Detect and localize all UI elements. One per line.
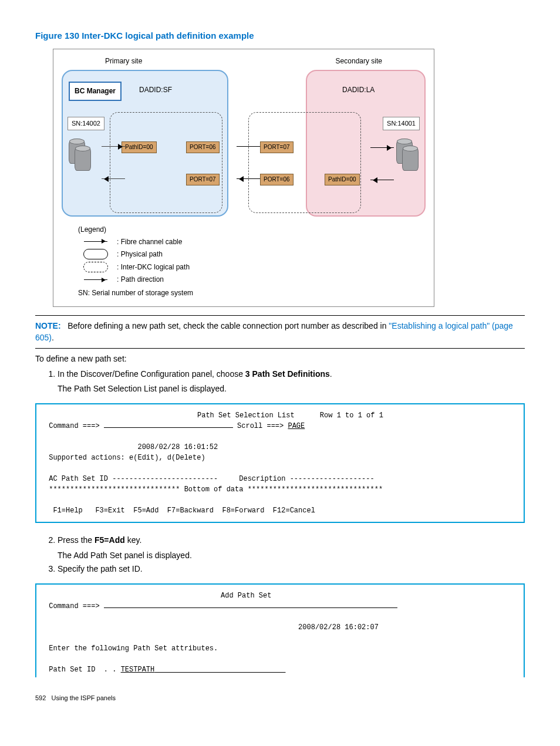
step2-text-a: Press the xyxy=(58,535,95,545)
panel1-bottom: ******************************* Bottom o… xyxy=(45,485,383,494)
step2-text-c: key. xyxy=(125,535,142,545)
panel2-pathset-val: TESTPATH xyxy=(121,666,155,674)
panel1-header: AC Path Set ID -------------------------… xyxy=(45,475,375,483)
note-label: NOTE: xyxy=(35,321,61,330)
panel1-rowinfo: Row 1 to 1 of 1 xyxy=(320,411,383,420)
legend-fibre-icon xyxy=(78,241,113,242)
panel2-cmd-input[interactable] xyxy=(104,607,397,608)
bc-manager-box: BC Manager xyxy=(69,82,122,101)
pathid-left: PathID=00 xyxy=(122,141,157,153)
panel1-fkeys: F1=Help F3=Exit F5=Add F7=Backward F8=Fo… xyxy=(45,507,315,515)
panel2-title: Add Path Set xyxy=(221,592,271,600)
sn-left: SN:14002 xyxy=(68,117,104,130)
connector-right-top xyxy=(370,147,394,148)
primary-site-label: Primary site xyxy=(105,56,142,66)
panel-path-set-selection: Path Set Selection List Row 1 to 1 of 1 … xyxy=(35,403,525,523)
figure-diagram: Primary site Secondary site BC Manager D… xyxy=(35,49,525,307)
storage-icon-left xyxy=(69,140,91,175)
panel1-scroll-label: Scroll ===> xyxy=(233,422,288,430)
note-suffix: . xyxy=(52,333,54,342)
note-block: NOTE: Before defining a new path set, ch… xyxy=(35,320,525,343)
step1-bold: 3 Path Set Definitions xyxy=(245,369,330,379)
figure-title: Figure 130 Inter-DKC logical path defini… xyxy=(35,29,525,42)
panel1-title: Path Set Selection List xyxy=(197,411,295,420)
port06-bottom: PORT=06 xyxy=(260,174,294,185)
step2-bold: F5=Add xyxy=(95,535,125,545)
legend-physical-text: : Physical path xyxy=(117,249,163,259)
legend-interdkc-icon xyxy=(78,262,113,272)
page-footer: 592 Using the ISPF panels xyxy=(35,694,525,703)
intro-text: To define a new path set: xyxy=(35,353,525,365)
legend-direction-text: : Path direction xyxy=(117,275,164,285)
secondary-site-box: DADID:LA SN:14001 PORT=07 PORT=06 PathID… xyxy=(306,70,426,217)
dadid-la: DADID:LA xyxy=(342,85,375,95)
sn-right: SN:14001 xyxy=(383,117,420,130)
divider xyxy=(35,315,525,316)
divider xyxy=(35,348,525,349)
step-2: Press the F5=Add key. The Add Path Set p… xyxy=(58,535,525,561)
legend-sn-text: SN: Serial number of storage system xyxy=(78,288,426,298)
port07-top: PORT=07 xyxy=(260,141,294,153)
panel2-timestamp: 2008/02/28 16:02:07 xyxy=(298,623,379,632)
legend-physical-icon xyxy=(78,249,113,259)
note-text: Before defining a new path set, check th… xyxy=(68,321,389,330)
dadid-sf: DADID:SF xyxy=(139,85,172,95)
step-1: In the Discover/Define Configuration pan… xyxy=(58,369,525,395)
panel2-pathset-label: Path Set ID . . xyxy=(45,666,121,674)
legend-interdkc-text: : Inter-DKC logical path xyxy=(117,262,190,272)
connector-left-top xyxy=(102,146,125,147)
legend-fibre-text: : Fibre channel cable xyxy=(117,237,182,247)
legend-title: (Legend) xyxy=(78,225,426,235)
panel1-timestamp: 2008/02/28 16:01:52 xyxy=(137,443,218,451)
panel1-scroll-val[interactable]: PAGE xyxy=(288,422,305,430)
panel1-cmd-input[interactable] xyxy=(104,427,233,428)
page-number: 592 xyxy=(35,694,46,701)
step1-text-c: . xyxy=(330,369,332,379)
port07-bottom: PORT=07 xyxy=(186,174,220,185)
panel-add-path-set: Add Path Set Command ===> 2008/02/28 16:… xyxy=(35,583,525,677)
panel2-prompt: Enter the following Path Set attributes. xyxy=(45,644,218,653)
panel1-cmd-label: Command ===> xyxy=(45,422,104,430)
secondary-site-label: Secondary site xyxy=(336,56,382,66)
legend-direction-icon xyxy=(78,279,113,280)
primary-site-box: BC Manager DADID:SF SN:14002 PathID=00 P… xyxy=(62,70,228,217)
panel2-cmd-label: Command ===> xyxy=(45,602,104,610)
step1-text-a: In the Discover/Define Configuration pan… xyxy=(58,369,245,379)
footer-section: Using the ISPF panels xyxy=(52,694,116,701)
step1-sub: The Path Set Selection List panel is dis… xyxy=(58,383,525,395)
step2-sub: The Add Path Set panel is displayed. xyxy=(58,550,525,562)
panel1-supported: Supported actions: e(Edit), d(Delete) xyxy=(45,454,205,462)
panel2-pathset-input[interactable]: TESTPATH xyxy=(121,666,286,674)
connector-left-bottom xyxy=(102,178,125,179)
legend: (Legend) : Fibre channel cable : Physica… xyxy=(62,225,426,298)
storage-icon-right xyxy=(396,140,419,175)
step-3: Specify the path set ID. xyxy=(58,563,525,575)
pathid-right: PathID=00 xyxy=(325,174,360,185)
connector-right-bottom xyxy=(370,180,394,180)
port06-top: PORT=06 xyxy=(186,141,220,153)
